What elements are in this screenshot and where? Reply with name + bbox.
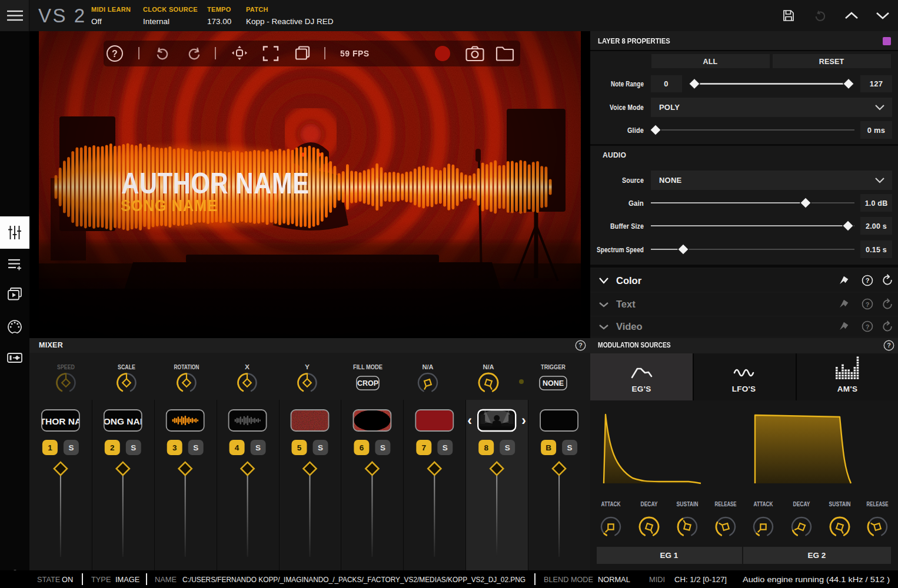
- svg-text:N/A: N/A: [483, 363, 494, 370]
- svg-text:8: 8: [484, 443, 488, 452]
- svg-text:TRIGGER: TRIGGER: [541, 363, 566, 370]
- svg-text:C:/USERS/FERNANDO KOPP/_IMAGIN: C:/USERS/FERNANDO KOPP/_IMAGINANDO_/_PAC…: [182, 575, 526, 584]
- svg-text:RELEASE: RELEASE: [867, 500, 889, 507]
- svg-text:S: S: [131, 443, 136, 452]
- svg-text:Text: Text: [616, 299, 636, 309]
- svg-text:EG'S: EG'S: [632, 385, 651, 393]
- svg-text:X: X: [245, 363, 250, 370]
- svg-text:0.15 s: 0.15 s: [866, 246, 887, 254]
- svg-text:CH: 1/2 [0-127]: CH: 1/2 [0-127]: [674, 575, 727, 584]
- svg-text:S: S: [68, 443, 74, 452]
- svg-text:SUSTAIN: SUSTAIN: [677, 500, 699, 507]
- svg-text:ON: ON: [62, 575, 73, 584]
- svg-text:?: ?: [866, 277, 870, 284]
- svg-text:STATE: STATE: [37, 575, 60, 584]
- svg-text:DECAY: DECAY: [641, 500, 658, 507]
- svg-text:RELEASE: RELEASE: [715, 500, 737, 507]
- svg-text:Y: Y: [305, 363, 310, 370]
- svg-text:FILL MODE: FILL MODE: [353, 363, 383, 370]
- svg-text:3: 3: [172, 443, 177, 452]
- svg-text:AM'S: AM'S: [837, 385, 857, 393]
- svg-text:2: 2: [110, 443, 115, 452]
- svg-text:ONG NAI: ONG NAI: [104, 416, 142, 426]
- svg-text:1: 1: [48, 443, 52, 452]
- svg-text:Video: Video: [616, 321, 643, 332]
- svg-text:TYPE: TYPE: [91, 575, 111, 584]
- svg-text:SCALE: SCALE: [118, 363, 135, 370]
- svg-text:S: S: [443, 443, 448, 452]
- svg-text:Gain: Gain: [628, 199, 644, 208]
- svg-text:NONE: NONE: [659, 176, 681, 185]
- svg-text:Voice Mode: Voice Mode: [610, 103, 644, 112]
- svg-text:SPEED: SPEED: [57, 363, 75, 370]
- svg-text:4: 4: [235, 443, 240, 452]
- svg-text:N/A: N/A: [423, 363, 434, 370]
- svg-text:‹: ‹: [467, 413, 472, 428]
- svg-text:CROP: CROP: [357, 379, 378, 387]
- svg-text:Spectrum Speed: Spectrum Speed: [597, 245, 644, 254]
- svg-text:6: 6: [360, 443, 364, 452]
- svg-text:EG 1: EG 1: [660, 551, 679, 560]
- svg-text:Audio engine running (44.1 kHz: Audio engine running (44.1 kHz / 512 ): [743, 575, 890, 584]
- svg-text:S: S: [380, 443, 385, 452]
- svg-text:MIDI: MIDI: [649, 575, 665, 584]
- svg-text:0: 0: [664, 79, 668, 88]
- svg-text:THOR NA: THOR NA: [40, 416, 82, 426]
- svg-text:?: ?: [112, 49, 118, 59]
- svg-text:EG 2: EG 2: [808, 551, 826, 560]
- svg-text:?: ?: [887, 342, 891, 349]
- svg-text:0 ms: 0 ms: [867, 126, 885, 135]
- svg-text:S: S: [255, 443, 261, 452]
- svg-text:S: S: [193, 443, 198, 452]
- svg-text:?: ?: [578, 342, 583, 349]
- svg-text:SUSTAIN: SUSTAIN: [829, 500, 851, 507]
- svg-text:Note Range: Note Range: [611, 79, 644, 88]
- svg-text:ATTACK: ATTACK: [601, 500, 621, 507]
- svg-text:DECAY: DECAY: [793, 500, 811, 507]
- svg-text:NAME: NAME: [155, 575, 177, 584]
- svg-text:S: S: [505, 443, 510, 452]
- svg-text:NORMAL: NORMAL: [598, 575, 630, 584]
- svg-text:Buffer Size: Buffer Size: [610, 222, 644, 230]
- svg-text:BLEND MODE: BLEND MODE: [544, 575, 593, 584]
- svg-text:S: S: [567, 443, 573, 452]
- svg-text:›: ›: [521, 413, 526, 428]
- svg-text:NONE: NONE: [543, 379, 564, 387]
- svg-text:ALL: ALL: [703, 58, 718, 66]
- svg-text:Color: Color: [616, 275, 642, 286]
- svg-text:Source: Source: [622, 176, 644, 185]
- svg-text:?: ?: [866, 323, 870, 330]
- svg-text:ATTACK: ATTACK: [754, 500, 773, 507]
- svg-text:AUDIO: AUDIO: [603, 151, 626, 159]
- svg-text:1.0 dB: 1.0 dB: [865, 199, 888, 208]
- svg-text:?: ?: [866, 301, 870, 308]
- svg-text:LFO'S: LFO'S: [732, 385, 756, 393]
- svg-text:5: 5: [297, 443, 302, 452]
- svg-text:ROTATION: ROTATION: [174, 363, 199, 370]
- svg-text:B: B: [546, 443, 551, 452]
- svg-text:127: 127: [870, 79, 883, 88]
- svg-text:7: 7: [422, 443, 427, 452]
- svg-text:RESET: RESET: [819, 58, 844, 66]
- svg-text:S: S: [318, 443, 323, 452]
- svg-text:2.00 s: 2.00 s: [866, 222, 887, 230]
- svg-text:POLY: POLY: [659, 103, 680, 112]
- svg-text:IMAGE: IMAGE: [115, 575, 139, 584]
- svg-text:Glide: Glide: [627, 126, 644, 135]
